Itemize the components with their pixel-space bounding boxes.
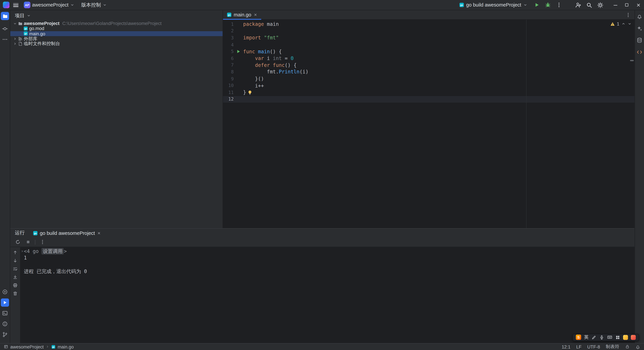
chevron-down-icon [70,3,74,7]
divider [35,240,35,244]
console-toolbar [10,247,20,343]
goland-logo-icon [3,2,10,8]
stop-button[interactable] [25,239,31,245]
rerun-icon [15,239,20,245]
scrollbar-warning-mark[interactable] [630,60,634,61]
notifications-bell-icon[interactable] [636,344,640,349]
tree-row-scratches[interactable]: 临时文件和控制台 [10,41,222,46]
grid-panel-icon[interactable] [615,335,620,340]
commit-tool-button[interactable] [1,25,9,33]
problems-tool-button[interactable] [1,320,9,328]
close-window-button[interactable] [632,0,644,10]
intention-bulb-icon[interactable] [248,90,252,95]
code-line-4[interactable]: 4 [223,41,634,48]
tree-row-external-libraries[interactable]: 外部库 [10,36,222,41]
code-line-5[interactable]: 5func main() { [223,48,634,55]
pen-icon[interactable] [592,335,596,340]
code-line-10[interactable]: 10 i++ [223,82,634,89]
more-actions-button[interactable] [554,0,564,9]
main-menu-icon[interactable] [13,3,18,7]
arrow-down-icon [13,258,18,263]
search-everywhere-button[interactable] [584,0,594,9]
lock-icon[interactable] [625,345,630,349]
run-config-selector[interactable]: go build awesomeProject [457,1,530,9]
maximize-button[interactable] [621,0,632,10]
print-button[interactable] [12,282,18,289]
soft-wrap-button[interactable] [12,266,18,272]
next-occurrence-button[interactable] [12,257,18,264]
caret-position[interactable]: 12:1 [562,344,570,349]
breadcrumb-project[interactable]: awesomeProject [10,344,44,349]
breadcrumb-file[interactable]: main.go [58,344,74,349]
line-number: 12 [223,96,234,102]
chevron-right-icon[interactable] [20,250,24,253]
next-highlight-button[interactable] [628,22,632,26]
code-line-7[interactable]: 7 defer func() { [223,62,634,69]
tree-row-gomod[interactable]: go.mod [10,26,222,31]
tree-item-label: main.go [29,31,45,36]
keyboard-icon[interactable] [607,335,612,340]
run-more-options-button[interactable] [39,239,46,245]
project-tool-button[interactable] [1,12,9,20]
ime-skin-icon[interactable] [623,335,628,340]
code-editor[interactable]: 1package main23import "fmt"45func main()… [223,20,634,228]
vcs-menu-label: 版本控制 [81,1,101,8]
code-line-8[interactable]: 8 fmt.Println(i) [223,68,634,75]
run-line-icon[interactable] [234,49,243,54]
services-tool-button[interactable] [1,288,9,296]
inspections-widget[interactable]: 1 [610,21,632,26]
git-tool-button[interactable] [1,330,9,339]
rerun-button[interactable] [14,239,21,245]
indent-style[interactable]: 制表符 [606,344,619,350]
ime-language-mode[interactable]: 英 [584,334,588,341]
run-button[interactable] [532,0,542,9]
close-icon[interactable] [97,231,101,235]
scroll-to-end-button[interactable] [12,274,18,280]
tree-row-maingo[interactable]: main.go [10,31,222,36]
editor-tab-maingo[interactable]: main.go [223,10,261,19]
go-run-config-icon [459,2,464,7]
minimize-button[interactable] [610,0,621,10]
ime-toolbox-icon[interactable] [631,335,636,340]
run-console[interactable]: <4 go 设置调用> 1 进程 已完成，退出代码为 0 [20,247,634,343]
notifications-tool-button[interactable] [636,13,643,20]
console-fold-line[interactable]: <4 go 设置调用> [20,248,634,255]
project-panel-header[interactable]: 项目 [10,10,222,21]
vcs-widget[interactable]: 版本控制 [80,0,108,9]
file-encoding[interactable]: UTF-8 [587,344,600,349]
project-widget[interactable]: AP awesomeProject [22,0,76,9]
database-tool-button[interactable] [636,36,643,44]
code-line-3[interactable]: 3import "fmt" [223,34,634,41]
settings-button[interactable] [595,0,606,9]
line-separator[interactable]: LF [576,344,582,349]
code-text: func main() { [243,49,282,54]
prev-occurrence-button[interactable] [12,249,18,256]
terminal-tool-button[interactable] [1,309,9,317]
code-line-2[interactable]: 2 [223,28,634,35]
soft-wrap-icon [13,266,18,271]
previous-highlight-button[interactable] [621,22,626,26]
code-with-me-button[interactable] [573,0,583,9]
code-line-12[interactable]: 12 [223,96,634,103]
debug-button[interactable] [542,0,553,9]
scratch-file-icon [18,41,23,46]
clear-console-button[interactable] [12,290,18,297]
code-line-1[interactable]: 1package main [223,21,634,28]
close-icon[interactable] [253,13,257,17]
code-text: import "fmt" [243,35,279,41]
ai-assistant-tool-button[interactable] [636,25,643,32]
run-tool-button[interactable] [1,298,9,307]
tree-row-root[interactable]: awesomeProject C:\Users\meowr\GolandProj… [10,21,222,26]
console-fold-placeholder[interactable]: 设置调用 [42,248,64,255]
sogou-ime-icon[interactable]: S [576,335,581,340]
code-line-6[interactable]: 6 var i int = 0 [223,55,634,62]
microphone-icon[interactable] [599,335,604,340]
code-line-9[interactable]: 9 }() [223,75,634,82]
git-branch-icon [2,332,8,337]
tab-options-button[interactable] [626,12,634,17]
endpoints-tool-button[interactable] [636,48,643,56]
code-line-11[interactable]: 11} [223,89,634,96]
run-tab[interactable]: go build awesomeProject [31,229,103,238]
library-icon [18,36,23,41]
more-tools-button[interactable] [1,35,9,43]
